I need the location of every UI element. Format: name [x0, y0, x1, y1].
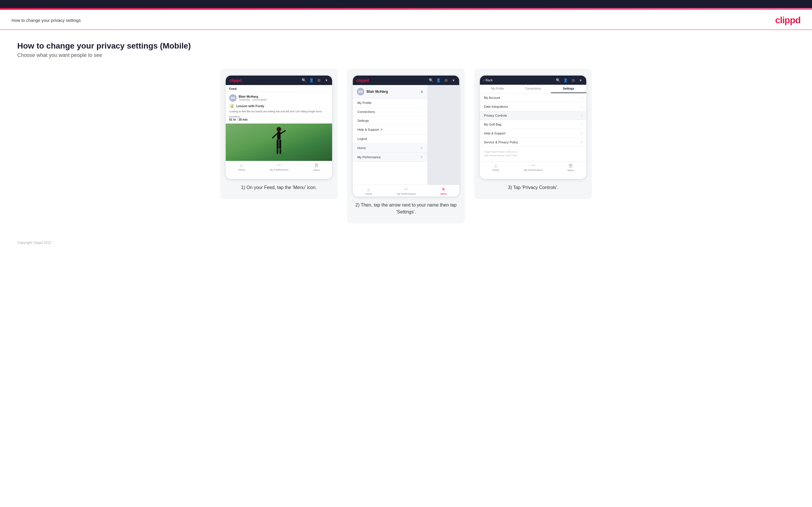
step-2-card: clippd 🔍 👤 ⊙ ▾ BM: [347, 69, 465, 223]
settings-icon: ⊙: [571, 78, 575, 82]
home-nav-item: ⌂ Home: [238, 163, 245, 171]
post-title: Lesson with Fordy: [236, 104, 264, 108]
menu-item-logout[interactable]: Logout: [353, 134, 427, 143]
performance-icon: 〰: [277, 163, 281, 168]
menu-section-performance[interactable]: My Performance ∨: [353, 153, 427, 162]
settings-item-dataintegrations[interactable]: Data Integrations ›: [480, 102, 586, 111]
version-info: Clippd Client Version: 2022.8.3-3 GQL Se…: [480, 147, 586, 161]
feed-post: BM Blair McHarg Yesterday · Sunningdale …: [226, 92, 332, 123]
menu-nav-item[interactable]: ☰ Menu: [313, 163, 320, 171]
lesson-icon: ⛳: [229, 103, 234, 109]
duration-label: Duration: [229, 115, 328, 118]
post-user-row: BM Blair McHarg Yesterday · Sunningdale: [229, 94, 328, 102]
post-avatar: BM: [229, 94, 237, 102]
step2-logo: clippd: [356, 78, 369, 83]
feed-tab: Feed: [226, 85, 332, 92]
menu-home-label: Home: [357, 146, 366, 150]
serviceprivacy-ext-icon: ↗: [580, 141, 582, 144]
settings-item-mygolfbag[interactable]: My Golf Bag ›: [480, 120, 586, 129]
settings-icon: ⊙: [316, 78, 321, 83]
settings-tabs: My Profile Connections Settings: [480, 85, 586, 93]
svg-point-0: [276, 127, 281, 131]
step3-backbar: ‹ Back 🔍 👤 ⊙ ▾: [480, 75, 586, 85]
helpsupport-label: Help & Support: [484, 131, 506, 135]
mygolfbag-label: My Golf Bag: [484, 123, 502, 126]
svg-rect-8: [280, 149, 281, 154]
step1-caption: 1) On your Feed, tap the 'Menu' icon.: [226, 184, 332, 191]
main-content: How to change your privacy settings (Mob…: [0, 30, 812, 235]
svg-rect-5: [276, 139, 278, 149]
header: How to change your privacy settings clip…: [0, 10, 812, 30]
menu-label: Menu: [568, 169, 574, 172]
settings-item-privacycontrols[interactable]: Privacy Controls ›: [480, 111, 586, 120]
menu-icon: ☰: [569, 163, 572, 168]
home-nav-item: ⌂ Home: [492, 163, 499, 171]
menu-item-connections[interactable]: Connections: [353, 107, 427, 116]
menu-user-chevron[interactable]: ∧: [420, 89, 423, 94]
svg-line-4: [286, 129, 287, 130]
menu-nav-item[interactable]: ☰ Menu: [568, 163, 574, 172]
settings-item-helpsupport[interactable]: Help & Support ↗: [480, 129, 586, 138]
step1-navbar: clippd 🔍 👤 ⊙ ▾: [226, 75, 332, 85]
back-button[interactable]: ‹ Back: [484, 78, 493, 82]
step2-menu: BM Blair McHarg ∧ My Profile Connections…: [353, 85, 427, 185]
user-icon: 👤: [436, 78, 441, 83]
logo: clippd: [775, 15, 801, 25]
home-chevron: ∨: [420, 146, 423, 150]
dataintegrations-label: Data Integrations: [484, 105, 508, 108]
post-user-details: Blair McHarg Yesterday · Sunningdale: [239, 95, 266, 101]
serviceprivacy-label: Service & Privacy Policy: [484, 140, 518, 144]
step3-bottom-nav: ⌂ Home 〰 My Performance ☰ Menu: [480, 161, 586, 173]
search-icon: 🔍: [556, 78, 560, 82]
step2-phone: clippd 🔍 👤 ⊙ ▾ BM: [353, 75, 459, 196]
home-icon: ⌂: [494, 163, 497, 168]
myaccount-chevron: ›: [581, 96, 582, 99]
tab-connections[interactable]: Connections: [515, 85, 551, 93]
myaccount-label: My Account: [484, 96, 500, 99]
settings-item-serviceprivacy[interactable]: Service & Privacy Policy ↗: [480, 138, 586, 147]
performance-nav-item: 〰 My Performance: [270, 163, 289, 171]
tab-settings[interactable]: Settings: [551, 85, 586, 93]
post-user-name: Blair McHarg: [239, 95, 266, 98]
step3-phone: ‹ Back 🔍 👤 ⊙ ▾ My Profile Connections Se…: [480, 75, 586, 179]
menu-section-home[interactable]: Home ∨: [353, 143, 427, 153]
post-user-location: Yesterday · Sunningdale: [239, 98, 266, 101]
golf-image: [226, 123, 332, 161]
performance-icon: 〰: [531, 163, 536, 168]
settings-item-myaccount[interactable]: My Account ›: [480, 93, 586, 102]
step2-feed-background: [427, 85, 459, 185]
chevron-icon: ▾: [324, 78, 328, 83]
step1-phone: clippd 🔍 👤 ⊙ ▾ Feed BM Blair McHar: [226, 75, 332, 179]
step-1-card: clippd 🔍 👤 ⊙ ▾ Feed BM Blair McHar: [220, 69, 338, 199]
steps-row: clippd 🔍 👤 ⊙ ▾ Feed BM Blair McHar: [17, 69, 795, 223]
menu-user-info: BM Blair McHarg: [357, 88, 388, 95]
step2-caption: 2) Then, tap the arrow next to your name…: [353, 202, 459, 215]
back-label: Back: [486, 78, 493, 82]
page-heading: How to change your privacy settings (Mob…: [17, 41, 795, 51]
step2-navbar: clippd 🔍 👤 ⊙ ▾: [353, 75, 459, 85]
home-nav-item: ⌂ Home: [365, 187, 372, 195]
settings-icon: ⊙: [444, 78, 448, 83]
home-icon: ⌂: [240, 163, 243, 168]
svg-rect-1: [277, 131, 281, 139]
menu-nav-item[interactable]: ✕ Menu: [441, 187, 447, 195]
privacycontrols-chevron: ›: [581, 114, 582, 117]
footer: Copyright Clippd 2022: [0, 235, 812, 250]
menu-item-settings[interactable]: Settings: [353, 116, 427, 125]
chevron-icon: ▾: [578, 78, 583, 82]
menu-label: Menu: [313, 169, 320, 171]
menu-spacer: [353, 162, 427, 185]
step2-bottom-nav: ⌂ Home 〰 My Performance ✕ Menu: [353, 185, 459, 196]
menu-user-name: Blair McHarg: [367, 90, 388, 94]
copyright-text: Copyright Clippd 2022: [17, 241, 51, 245]
step2-icons: 🔍 👤 ⊙ ▾: [429, 78, 456, 83]
search-icon: 🔍: [302, 78, 306, 83]
performance-nav-item: 〰 My Performance: [397, 187, 416, 195]
performance-chevron: ∨: [420, 155, 423, 159]
mygolfbag-chevron: ›: [581, 123, 582, 126]
menu-item-helpsupport[interactable]: Help & Support ↗: [353, 125, 427, 134]
menu-item-myprofile[interactable]: My Profile: [353, 99, 427, 107]
tab-myprofile[interactable]: My Profile: [480, 85, 515, 93]
svg-rect-6: [279, 139, 281, 149]
performance-label: My Performance: [270, 168, 289, 171]
